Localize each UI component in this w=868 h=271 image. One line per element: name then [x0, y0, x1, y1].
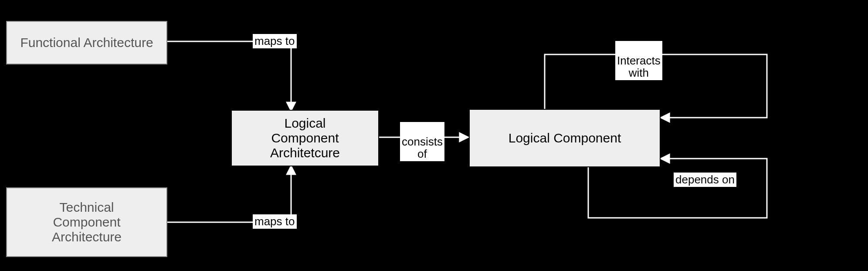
box-technical-component-architecture: Technical Component Architecture — [6, 187, 167, 257]
box-logical-component: Logical Component — [469, 109, 661, 167]
box-functional-architecture: Functional Architecture — [6, 21, 167, 64]
label-interacts-with: Interacts with — [615, 41, 662, 80]
box-label: Technical Component Architecture — [52, 200, 122, 244]
label-maps-to-top: maps to — [253, 34, 297, 48]
label-consists-of: consists of — [400, 122, 444, 161]
label-depends-on: depends on — [674, 173, 736, 187]
box-label: Logical Component Architetcure — [270, 116, 340, 160]
box-label: Logical Component — [509, 131, 621, 146]
box-label: Functional Architecture — [20, 35, 153, 50]
box-logical-component-architecture: Logical Component Architetcure — [231, 110, 379, 166]
label-maps-to-bottom: maps to — [253, 214, 297, 229]
